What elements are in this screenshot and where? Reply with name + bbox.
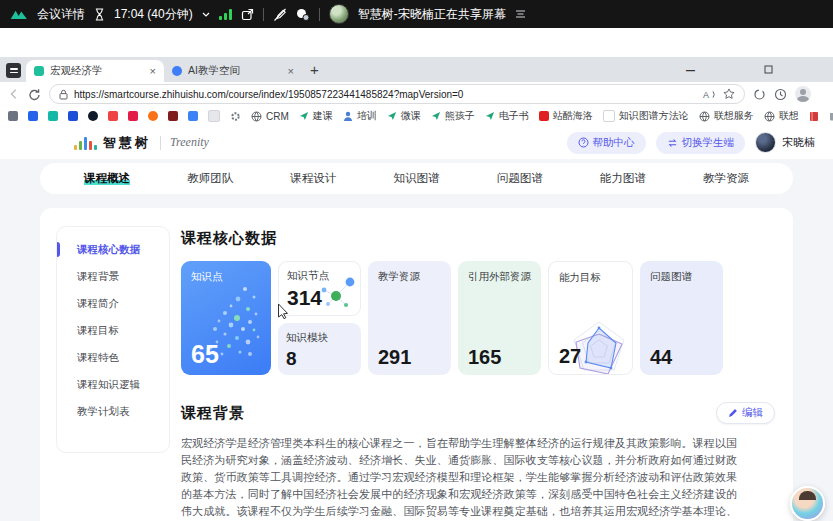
sidebar-item-intro[interactable]: 课程简介 bbox=[57, 290, 169, 317]
collections-icon[interactable] bbox=[753, 88, 766, 101]
new-tab-button[interactable]: + bbox=[310, 61, 319, 78]
meeting-timer[interactable]: 17:04 (40分钟) bbox=[114, 6, 193, 23]
bookmark-label: 培训 bbox=[357, 109, 377, 123]
card-value: 44 bbox=[650, 346, 672, 369]
bookmark-favicon[interactable] bbox=[188, 111, 198, 121]
back-icon[interactable] bbox=[8, 88, 20, 100]
sidebar-item-knowledge-logic[interactable]: 课程知识逻辑 bbox=[57, 371, 169, 398]
assistant-avatar[interactable] bbox=[790, 486, 825, 521]
bookmark-favicon bbox=[539, 111, 549, 121]
card-label: 问题图谱 bbox=[650, 270, 692, 284]
course-nav: 课程概述 教师团队 课程设计 知识图谱 问题图谱 能力图谱 教学资源 bbox=[40, 163, 793, 194]
annotation-pen-disabled-icon[interactable] bbox=[273, 8, 287, 21]
bookmarks-bar: CRM 建课 培训 微课 熊孩子 电子书 站酷海洛 知识图谱方法论 联想服务 bbox=[0, 106, 833, 127]
nav-question-graph[interactable]: 问题图谱 bbox=[497, 171, 543, 186]
sidebar-item-goals[interactable]: 课程目标 bbox=[57, 317, 169, 344]
tab-favicon bbox=[34, 66, 44, 76]
bookmark-dianzishu[interactable]: 电子书 bbox=[485, 109, 529, 123]
help-center-button[interactable]: 帮助中心 bbox=[567, 132, 646, 154]
bookmark-jianke[interactable]: 建课 bbox=[299, 109, 333, 123]
bookmark-weike[interactable]: 微课 bbox=[387, 109, 421, 123]
network-graph-decoration bbox=[315, 275, 357, 313]
meeting-list-icon[interactable] bbox=[515, 10, 526, 18]
nav-ability-graph[interactable]: 能力图谱 bbox=[600, 171, 646, 186]
meeting-details-button[interactable]: 会议详情 bbox=[37, 6, 85, 23]
card-ability-goals[interactable]: 能力目标 27 bbox=[548, 261, 633, 375]
user-block[interactable]: 宋晓楠 bbox=[755, 132, 815, 153]
card-external-resources[interactable]: 引用外部资源 165 bbox=[458, 261, 541, 375]
refresh-icon[interactable] bbox=[28, 88, 41, 101]
card-teaching-resources[interactable]: 教学资源 291 bbox=[368, 261, 451, 375]
username: 宋晓楠 bbox=[782, 135, 815, 150]
bookmark-crm[interactable]: CRM bbox=[251, 111, 289, 122]
nav-teacher-team[interactable]: 教师团队 bbox=[187, 171, 233, 186]
bookmark-favicon[interactable] bbox=[88, 111, 98, 121]
switch-student-view-button[interactable]: 切换学生端 bbox=[656, 132, 746, 154]
bookmark-favicon[interactable] bbox=[148, 111, 158, 121]
globe-icon bbox=[764, 111, 775, 122]
tab-title: 宏观经济学 bbox=[50, 64, 144, 78]
bookmark-favicon[interactable] bbox=[128, 111, 138, 121]
browser-profile-avatar[interactable] bbox=[795, 86, 811, 102]
brand-name[interactable]: 智慧树 bbox=[103, 134, 151, 152]
bookmark-star-icon[interactable] bbox=[723, 88, 735, 100]
gear-icon[interactable] bbox=[230, 111, 241, 122]
window-minimize-button[interactable]: – bbox=[686, 57, 695, 82]
bookmark-zhishitupu[interactable]: 知识图谱方法论 bbox=[603, 109, 689, 123]
bookmark-lenovo-service[interactable]: 联想服务 bbox=[699, 109, 754, 123]
share-screen-icon[interactable] bbox=[241, 8, 254, 21]
interpretation-icon[interactable] bbox=[296, 8, 310, 21]
nav-course-design[interactable]: 课程设计 bbox=[290, 171, 336, 186]
bookmark-favicon[interactable] bbox=[208, 110, 220, 122]
bookmark-xionghaizi[interactable]: 熊孩子 bbox=[431, 109, 475, 123]
book-icon[interactable] bbox=[809, 111, 819, 122]
url-text: https://smartcourse.zhihuishu.com/course… bbox=[74, 89, 697, 100]
card-knowledge-modules[interactable]: 知识模块 8 bbox=[278, 323, 361, 375]
bookmark-label: 建课 bbox=[313, 109, 333, 123]
sidebar-item-core-data[interactable]: 课程核心数据 bbox=[57, 236, 169, 263]
card-column: 知识节点 314 知识模块 8 bbox=[278, 261, 361, 375]
bookmark-folder-ke[interactable]: 课 bbox=[829, 109, 833, 123]
nav-knowledge-graph[interactable]: 知识图谱 bbox=[393, 171, 439, 186]
bookmark-favicon[interactable] bbox=[68, 111, 78, 121]
presenter-avatar bbox=[329, 4, 349, 24]
browser-toolbar: https://smartcourse.zhihuishu.com/course… bbox=[0, 82, 833, 106]
lock-icon bbox=[59, 89, 68, 100]
sidebar-item-teaching-plan[interactable]: 教学计划表 bbox=[57, 398, 169, 425]
meeting-app-logo-icon bbox=[10, 9, 28, 20]
bookmark-favicon[interactable] bbox=[108, 111, 118, 121]
card-knowledge-nodes[interactable]: 知识节点 314 bbox=[278, 261, 361, 316]
core-data-title: 课程核心数据 bbox=[181, 229, 775, 248]
close-tab-icon[interactable]: × bbox=[150, 66, 156, 76]
bookmark-favicon[interactable] bbox=[48, 111, 58, 121]
tab-ai-teaching-space[interactable]: AI教学空间 × bbox=[164, 60, 302, 82]
bookmark-lenovo[interactable]: 联想 bbox=[764, 109, 799, 123]
tab-macroeconomics[interactable]: 宏观经济学 × bbox=[26, 60, 164, 82]
background-paragraph: 宏观经济学是经济管理类本科生的核心课程之一，旨在帮助学生理解整体经济的运行规律及… bbox=[181, 435, 737, 521]
bookmark-favicon[interactable] bbox=[168, 111, 178, 121]
nav-course-overview[interactable]: 课程概述 bbox=[84, 171, 130, 186]
window-restore-button[interactable] bbox=[764, 57, 773, 82]
card-question-graph[interactable]: 问题图谱 44 bbox=[640, 261, 723, 375]
card-value: 27 bbox=[559, 345, 581, 368]
history-icon[interactable] bbox=[774, 88, 787, 101]
sidebar-item-features[interactable]: 课程特色 bbox=[57, 344, 169, 371]
bookmark-zhanku[interactable]: 站酷海洛 bbox=[539, 109, 593, 123]
bookmark-favicon bbox=[603, 110, 615, 122]
tab-list-icon[interactable] bbox=[6, 63, 21, 78]
sharing-status-text: 智慧树-宋晓楠正在共享屏幕 bbox=[358, 6, 506, 23]
folder-icon bbox=[829, 111, 833, 121]
address-bar[interactable]: https://smartcourse.zhihuishu.com/course… bbox=[49, 84, 745, 104]
zhihuishu-logo-icon bbox=[74, 136, 97, 150]
bookmark-peixun[interactable]: 培训 bbox=[343, 109, 377, 123]
chevron-down-icon[interactable] bbox=[202, 12, 210, 17]
bookmark-favicon[interactable] bbox=[8, 111, 18, 121]
mouse-cursor bbox=[277, 303, 289, 320]
nav-teaching-resources[interactable]: 教学资源 bbox=[703, 171, 749, 186]
card-knowledge-points[interactable]: 知识点 65 bbox=[181, 261, 271, 375]
sidebar-item-background[interactable]: 课程背景 bbox=[57, 263, 169, 290]
edit-button[interactable]: 编辑 bbox=[716, 402, 775, 424]
close-tab-icon[interactable]: × bbox=[288, 66, 294, 76]
bookmark-favicon[interactable] bbox=[28, 111, 38, 121]
read-aloud-icon[interactable]: A bbox=[703, 89, 717, 100]
